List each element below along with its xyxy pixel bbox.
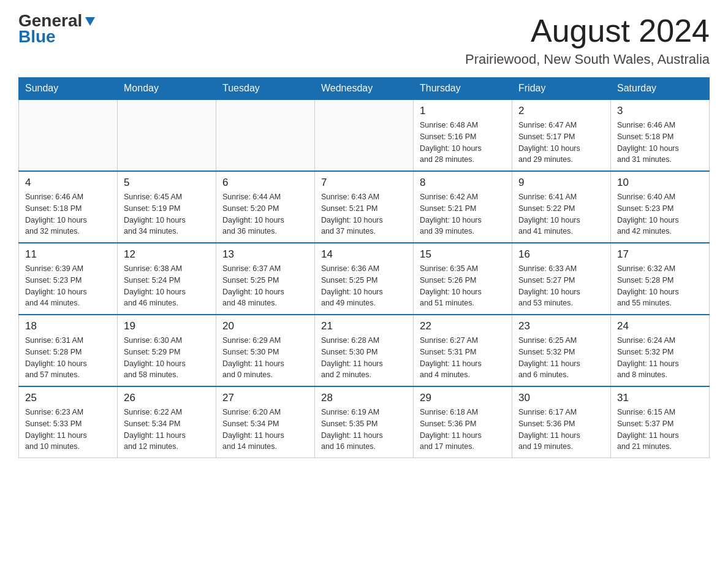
- day-number: 16: [518, 248, 604, 261]
- day-number: 11: [25, 248, 111, 261]
- day-info: Sunrise: 6:46 AMSunset: 5:18 PMDaylight:…: [617, 120, 703, 166]
- day-number: 31: [617, 392, 703, 404]
- day-number: 4: [25, 177, 111, 189]
- calendar-cell: 28Sunrise: 6:19 AMSunset: 5:35 PMDayligh…: [315, 386, 414, 458]
- day-number: 25: [25, 392, 111, 404]
- calendar-cell: 8Sunrise: 6:42 AMSunset: 5:21 PMDaylight…: [414, 171, 512, 243]
- calendar-cell: 30Sunrise: 6:17 AMSunset: 5:36 PMDayligh…: [512, 386, 611, 458]
- calendar-cell: 27Sunrise: 6:20 AMSunset: 5:34 PMDayligh…: [216, 386, 315, 458]
- day-number: 1: [420, 105, 506, 117]
- day-info: Sunrise: 6:36 AMSunset: 5:25 PMDaylight:…: [321, 263, 407, 309]
- calendar-cell: 18Sunrise: 6:31 AMSunset: 5:28 PMDayligh…: [19, 315, 118, 386]
- day-number: 20: [222, 320, 308, 332]
- day-info: Sunrise: 6:23 AMSunset: 5:33 PMDaylight:…: [25, 407, 111, 453]
- col-sunday: Sunday: [19, 78, 118, 100]
- calendar-cell: [19, 99, 118, 171]
- calendar-cell: [315, 99, 414, 171]
- week-row-5: 25Sunrise: 6:23 AMSunset: 5:33 PMDayligh…: [19, 386, 710, 458]
- col-saturday: Saturday: [611, 78, 710, 100]
- calendar-cell: 2Sunrise: 6:47 AMSunset: 5:17 PMDaylight…: [512, 99, 611, 171]
- calendar-cell: 14Sunrise: 6:36 AMSunset: 5:25 PMDayligh…: [315, 243, 414, 315]
- calendar-cell: 11Sunrise: 6:39 AMSunset: 5:23 PMDayligh…: [19, 243, 118, 315]
- col-wednesday: Wednesday: [315, 78, 414, 100]
- col-thursday: Thursday: [414, 78, 512, 100]
- day-info: Sunrise: 6:17 AMSunset: 5:36 PMDaylight:…: [518, 407, 604, 453]
- logo: General Blue: [18, 12, 97, 47]
- calendar-cell: 23Sunrise: 6:25 AMSunset: 5:32 PMDayligh…: [512, 315, 611, 386]
- day-number: 28: [321, 392, 407, 404]
- day-number: 29: [420, 392, 506, 404]
- logo-text-blue: Blue: [18, 27, 56, 47]
- col-friday: Friday: [512, 78, 611, 100]
- col-monday: Monday: [118, 78, 216, 100]
- day-info: Sunrise: 6:35 AMSunset: 5:26 PMDaylight:…: [420, 263, 506, 309]
- day-number: 23: [518, 320, 604, 332]
- day-number: 21: [321, 320, 407, 332]
- day-info: Sunrise: 6:29 AMSunset: 5:30 PMDaylight:…: [222, 335, 308, 381]
- day-info: Sunrise: 6:44 AMSunset: 5:20 PMDaylight:…: [222, 191, 308, 237]
- day-info: Sunrise: 6:42 AMSunset: 5:21 PMDaylight:…: [420, 191, 506, 237]
- calendar-cell: 5Sunrise: 6:45 AMSunset: 5:19 PMDaylight…: [118, 171, 216, 243]
- day-info: Sunrise: 6:20 AMSunset: 5:34 PMDaylight:…: [222, 407, 308, 453]
- day-info: Sunrise: 6:39 AMSunset: 5:23 PMDaylight:…: [25, 263, 111, 309]
- week-row-4: 18Sunrise: 6:31 AMSunset: 5:28 PMDayligh…: [19, 315, 710, 386]
- location-title: Prairiewood, New South Wales, Australia: [465, 52, 710, 67]
- day-info: Sunrise: 6:22 AMSunset: 5:34 PMDaylight:…: [124, 407, 210, 453]
- calendar-cell: 16Sunrise: 6:33 AMSunset: 5:27 PMDayligh…: [512, 243, 611, 315]
- calendar-cell: 15Sunrise: 6:35 AMSunset: 5:26 PMDayligh…: [414, 243, 512, 315]
- day-info: Sunrise: 6:31 AMSunset: 5:28 PMDaylight:…: [25, 335, 111, 381]
- day-info: Sunrise: 6:32 AMSunset: 5:28 PMDaylight:…: [617, 263, 703, 309]
- day-info: Sunrise: 6:41 AMSunset: 5:22 PMDaylight:…: [518, 191, 604, 237]
- calendar-cell: 22Sunrise: 6:27 AMSunset: 5:31 PMDayligh…: [414, 315, 512, 386]
- calendar-cell: 10Sunrise: 6:40 AMSunset: 5:23 PMDayligh…: [611, 171, 710, 243]
- day-number: 13: [222, 248, 308, 261]
- month-title: August 2024: [465, 12, 710, 49]
- day-info: Sunrise: 6:45 AMSunset: 5:19 PMDaylight:…: [124, 191, 210, 237]
- logo-triangle-icon: [83, 15, 97, 28]
- day-info: Sunrise: 6:15 AMSunset: 5:37 PMDaylight:…: [617, 407, 703, 453]
- day-number: 27: [222, 392, 308, 404]
- week-row-2: 4Sunrise: 6:46 AMSunset: 5:18 PMDaylight…: [19, 171, 710, 243]
- calendar-cell: 1Sunrise: 6:48 AMSunset: 5:16 PMDaylight…: [414, 99, 512, 171]
- calendar-cell: 12Sunrise: 6:38 AMSunset: 5:24 PMDayligh…: [118, 243, 216, 315]
- day-number: 18: [25, 320, 111, 332]
- day-info: Sunrise: 6:30 AMSunset: 5:29 PMDaylight:…: [124, 335, 210, 381]
- day-number: 10: [617, 177, 703, 189]
- calendar-cell: 17Sunrise: 6:32 AMSunset: 5:28 PMDayligh…: [611, 243, 710, 315]
- page-header: General Blue August 2024 Prairiewood, Ne…: [18, 12, 710, 67]
- day-info: Sunrise: 6:43 AMSunset: 5:21 PMDaylight:…: [321, 191, 407, 237]
- calendar-cell: 9Sunrise: 6:41 AMSunset: 5:22 PMDaylight…: [512, 171, 611, 243]
- day-number: 9: [518, 177, 604, 189]
- calendar-cell: 21Sunrise: 6:28 AMSunset: 5:30 PMDayligh…: [315, 315, 414, 386]
- day-number: 12: [124, 248, 210, 261]
- day-number: 22: [420, 320, 506, 332]
- calendar-cell: 6Sunrise: 6:44 AMSunset: 5:20 PMDaylight…: [216, 171, 315, 243]
- day-info: Sunrise: 6:25 AMSunset: 5:32 PMDaylight:…: [518, 335, 604, 381]
- calendar-cell: 31Sunrise: 6:15 AMSunset: 5:37 PMDayligh…: [611, 386, 710, 458]
- calendar-cell: 29Sunrise: 6:18 AMSunset: 5:36 PMDayligh…: [414, 386, 512, 458]
- day-number: 26: [124, 392, 210, 404]
- title-block: August 2024 Prairiewood, New South Wales…: [465, 12, 710, 67]
- day-number: 15: [420, 248, 506, 261]
- calendar-table: Sunday Monday Tuesday Wednesday Thursday…: [18, 77, 710, 458]
- day-info: Sunrise: 6:24 AMSunset: 5:32 PMDaylight:…: [617, 335, 703, 381]
- calendar-cell: 3Sunrise: 6:46 AMSunset: 5:18 PMDaylight…: [611, 99, 710, 171]
- day-info: Sunrise: 6:38 AMSunset: 5:24 PMDaylight:…: [124, 263, 210, 309]
- day-info: Sunrise: 6:40 AMSunset: 5:23 PMDaylight:…: [617, 191, 703, 237]
- calendar-cell: 25Sunrise: 6:23 AMSunset: 5:33 PMDayligh…: [19, 386, 118, 458]
- day-info: Sunrise: 6:27 AMSunset: 5:31 PMDaylight:…: [420, 335, 506, 381]
- svg-marker-0: [85, 17, 95, 26]
- week-row-3: 11Sunrise: 6:39 AMSunset: 5:23 PMDayligh…: [19, 243, 710, 315]
- calendar-cell: [216, 99, 315, 171]
- calendar-cell: 26Sunrise: 6:22 AMSunset: 5:34 PMDayligh…: [118, 386, 216, 458]
- day-number: 14: [321, 248, 407, 261]
- day-number: 24: [617, 320, 703, 332]
- week-row-1: 1Sunrise: 6:48 AMSunset: 5:16 PMDaylight…: [19, 99, 710, 171]
- day-info: Sunrise: 6:19 AMSunset: 5:35 PMDaylight:…: [321, 407, 407, 453]
- day-number: 5: [124, 177, 210, 189]
- day-info: Sunrise: 6:47 AMSunset: 5:17 PMDaylight:…: [518, 120, 604, 166]
- calendar-cell: 19Sunrise: 6:30 AMSunset: 5:29 PMDayligh…: [118, 315, 216, 386]
- day-number: 30: [518, 392, 604, 404]
- col-tuesday: Tuesday: [216, 78, 315, 100]
- calendar-cell: [118, 99, 216, 171]
